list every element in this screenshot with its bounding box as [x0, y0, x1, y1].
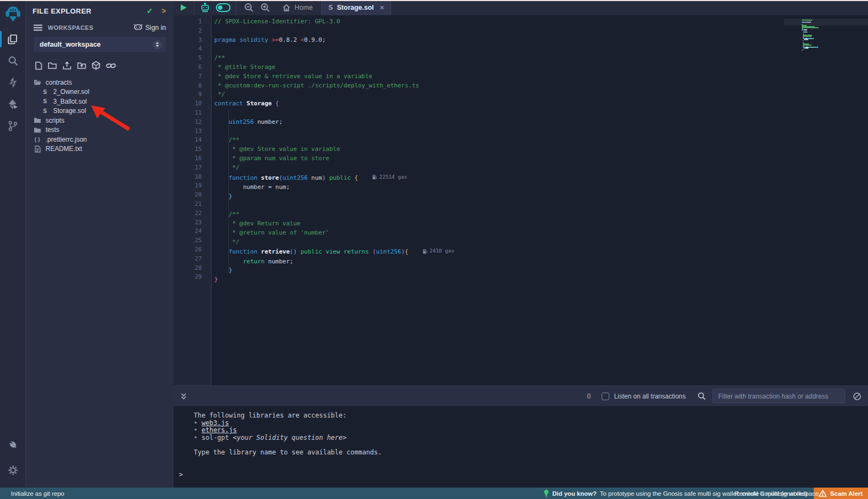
minimap[interactable]	[799, 20, 868, 51]
line-number-gutter: 1234567891011121314151617181920212223242…	[174, 15, 212, 386]
zoom-out-icon[interactable]	[244, 3, 254, 12]
ai-copilot-toggle[interactable]	[216, 3, 231, 12]
clear-console-icon[interactable]	[853, 392, 861, 401]
checkmark-icon: ✓	[146, 7, 153, 15]
upload-file-button[interactable]	[62, 61, 72, 70]
chevron-right-icon[interactable]: >	[162, 7, 166, 15]
tree-item-label: 3_Ballot.sol	[53, 98, 87, 105]
code-line-19[interactable]: number = num;	[214, 183, 868, 192]
code-line-6[interactable]: * @title Storage	[214, 63, 868, 72]
code-line-29[interactable]: }	[214, 275, 868, 285]
code-line-28[interactable]: }	[214, 266, 868, 275]
ipfs-cube-button[interactable]	[92, 61, 100, 70]
terminal-search-icon[interactable]	[698, 392, 706, 400]
code-line-2[interactable]	[214, 27, 868, 36]
tree-item-label: README.txt	[46, 145, 82, 153]
solidity-compiler-icon	[8, 77, 18, 89]
remix-logo-icon	[4, 5, 22, 23]
scam-alert-button[interactable]: Scam Alert	[814, 488, 868, 499]
tree-item-3-ballot-sol[interactable]: S3_Ballot.sol	[26, 97, 174, 106]
new-file-button[interactable]	[35, 61, 42, 70]
code-line-20[interactable]: }	[214, 192, 868, 201]
terminal-prompt[interactable]: >	[179, 471, 868, 479]
terminal-libraries: • web3.js• ethers.js• sol-gpt <your Soli…	[194, 420, 868, 442]
line-number: 18	[174, 173, 211, 182]
code-line-5[interactable]: /**	[214, 54, 868, 63]
code-area[interactable]: // SPDX-License-Identifier: GPL-3.0 prag…	[212, 15, 868, 386]
tree-item--prettierrc-json[interactable]: { }.prettierrc.json	[26, 135, 174, 144]
did-you-know-tip: Did you know? To prototype using the Gno…	[544, 489, 820, 497]
code-line-7[interactable]: * @dev Store & retrieve value in a varia…	[214, 72, 868, 81]
github-icon	[133, 24, 143, 31]
ai-copilot-robot-icon[interactable]	[200, 3, 210, 13]
line-number: 17	[174, 163, 211, 173]
terminal-library-link[interactable]: web3.js	[201, 419, 229, 427]
gas-estimate-badge: 2410 gas	[423, 247, 455, 256]
code-line-26[interactable]: function retrieve() public view returns …	[214, 247, 868, 257]
sidebar-item-file-explorer[interactable]	[0, 28, 25, 50]
code-line-23[interactable]: * @dev Return value	[214, 219, 868, 229]
line-number: 5	[174, 54, 211, 63]
init-git-repo-button[interactable]: Initialize as git repo	[0, 490, 64, 497]
code-line-4[interactable]	[214, 45, 868, 54]
tab-storage-sol[interactable]: S Storage.sol ×	[321, 0, 391, 15]
sidebar-item-deploy-run[interactable]	[0, 93, 25, 115]
tab-home[interactable]: Home	[276, 0, 321, 15]
tree-item-2-owner-sol[interactable]: S2_Owner.sol	[26, 87, 174, 97]
panel-header: FILE EXPLORER ✓ >	[26, 0, 174, 18]
code-line-24[interactable]: * @return value of 'number'	[214, 229, 868, 238]
code-line-3[interactable]: pragma solidity >=0.8.2 <0.9.0;	[214, 36, 868, 45]
tree-item-scripts[interactable]: scripts	[26, 116, 174, 125]
code-line-14[interactable]: /**	[214, 136, 868, 145]
code-line-9[interactable]: */	[214, 90, 868, 99]
code-line-21[interactable]	[214, 201, 868, 210]
tree-item-contracts[interactable]: contracts	[26, 78, 174, 87]
zoom-in-icon[interactable]	[260, 3, 270, 12]
sidebar-item-git[interactable]	[0, 115, 25, 137]
terminal-library-link[interactable]: ethers.js	[201, 426, 237, 434]
code-line-1[interactable]: // SPDX-License-Identifier: GPL-3.0	[214, 17, 868, 27]
upload-folder-button[interactable]	[77, 61, 86, 70]
code-line-18[interactable]: function store(uint256 num) public {2251…	[214, 173, 868, 183]
code-line-10[interactable]: contract Storage {	[214, 99, 868, 109]
sidebar-item-search[interactable]	[0, 50, 25, 72]
line-number: 26	[174, 245, 211, 255]
terminal-output[interactable]: The following libraries are accessible: …	[174, 406, 868, 488]
run-script-button[interactable]	[181, 4, 187, 11]
code-line-13[interactable]	[214, 127, 868, 136]
sign-in-button[interactable]: Sign in	[133, 24, 166, 31]
line-number: 8	[174, 81, 211, 91]
code-line-25[interactable]: */	[214, 238, 868, 247]
sidebar-item-solidity-compiler[interactable]	[0, 72, 25, 93]
listen-all-transactions-checkbox[interactable]	[602, 393, 609, 400]
code-line-15[interactable]: * @dev Store value in variable	[214, 145, 868, 154]
tree-item-readme-txt[interactable]: README.txt	[26, 144, 174, 154]
settings-button[interactable]	[0, 459, 25, 481]
terminal-collapse-icon[interactable]	[180, 393, 187, 400]
plugin-manager-button[interactable]	[0, 433, 25, 455]
close-tab-icon[interactable]: ×	[380, 3, 384, 12]
hamburger-menu-icon[interactable]	[34, 24, 42, 31]
remix-logo-icon[interactable]	[0, 0, 25, 28]
code-line-8[interactable]: * @custom:dev-run-script ./scripts/deplo…	[214, 81, 868, 91]
code-line-16[interactable]: * @param num value to store	[214, 154, 868, 163]
workspace-dropdown[interactable]: default_workspace	[34, 37, 166, 52]
code-line-12[interactable]: uint256 number;	[214, 118, 868, 127]
home-icon	[282, 4, 291, 12]
code-line-27[interactable]: return number;	[214, 257, 868, 267]
lightbulb-icon	[544, 489, 549, 497]
transaction-filter-input[interactable]	[712, 389, 845, 403]
tree-item-storage-sol[interactable]: SStorage.sol	[26, 106, 174, 116]
transaction-count: 0	[587, 393, 591, 400]
code-line-17[interactable]: */	[214, 163, 868, 173]
terminal-library-item: • ethers.js	[194, 427, 868, 434]
code-editor[interactable]: 1234567891011121314151617181920212223242…	[174, 15, 868, 386]
code-line-11[interactable]	[214, 109, 868, 118]
line-number: 19	[174, 181, 211, 191]
tree-item-tests[interactable]: tests	[26, 125, 174, 135]
terminal-library-item: • sol-gpt <your Solidity question here>	[194, 434, 868, 442]
editor-region: Home S Storage.sol × 1234567891011121314…	[174, 0, 868, 488]
code-line-22[interactable]: /**	[214, 210, 868, 219]
new-folder-button[interactable]	[48, 61, 57, 70]
link-button[interactable]	[106, 62, 116, 70]
